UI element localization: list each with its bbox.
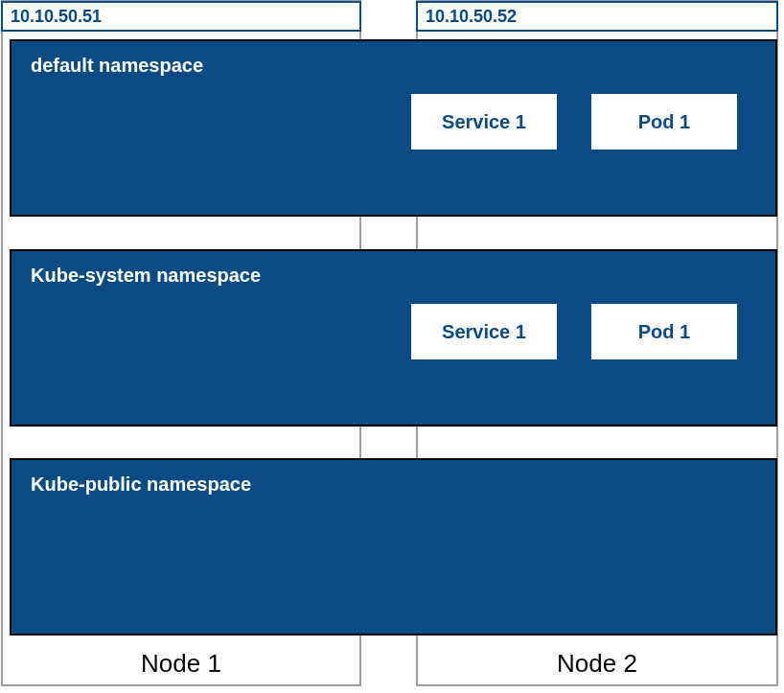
pod-box: Pod 1: [591, 94, 737, 150]
ip-address-node-2: 10.10.50.52: [416, 1, 778, 32]
node-label-2: Node 2: [416, 640, 778, 686]
node-label-text: Node 1: [141, 649, 221, 679]
namespace-kube-system: Kube-system namespace Service 1 Pod 1: [10, 249, 777, 427]
service-box: Service 1: [411, 94, 557, 150]
service-box: Service 1: [411, 304, 557, 359]
ip-text: 10.10.50.51: [11, 7, 102, 27]
service-label: Service 1: [442, 111, 526, 133]
pod-label: Pod 1: [638, 321, 690, 343]
service-label: Service 1: [442, 321, 526, 343]
namespace-kube-public: Kube-public namespace: [10, 458, 777, 635]
pod-label: Pod 1: [638, 111, 690, 133]
namespace-title: Kube-public namespace: [31, 474, 756, 496]
node-label-1: Node 1: [1, 640, 361, 686]
namespace-default: default namespace Service 1 Pod 1: [10, 39, 777, 217]
node-label-text: Node 2: [557, 649, 637, 679]
namespace-title: default namespace: [31, 55, 756, 77]
pod-box: Pod 1: [591, 304, 737, 359]
ip-address-node-1: 10.10.50.51: [1, 1, 361, 32]
namespace-title: Kube-system namespace: [31, 265, 756, 287]
diagram-container: 10.10.50.51 10.10.50.52 default namespac…: [0, 0, 784, 693]
ip-text: 10.10.50.52: [426, 7, 517, 27]
